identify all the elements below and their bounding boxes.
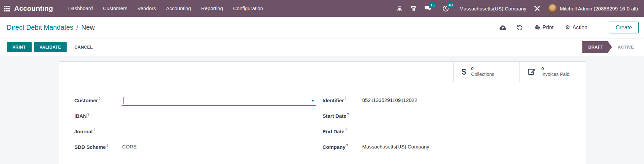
identifier-field-row: Identifier? 85211335291109112022 [323, 96, 571, 106]
breadcrumb-separator: / [76, 24, 78, 31]
menu-accounting[interactable]: Accounting [161, 0, 196, 17]
messages-icon[interactable]: 15 [424, 5, 431, 11]
stage-draft[interactable]: DRAFT [582, 41, 612, 53]
start-date-help-marker: ? [347, 113, 349, 116]
status-bar: DRAFT ACTIVE [582, 38, 644, 56]
end-date-field-row: End Date? [323, 127, 571, 137]
form-left-column: Customer? IBAN? Journal? SDD S [74, 96, 323, 158]
company-label: Company? [323, 143, 362, 150]
start-date-field-row: Start Date? [323, 112, 571, 121]
cloud-save-icon[interactable] [499, 25, 506, 30]
customer-field-row: Customer? [74, 96, 323, 106]
journal-label-text: Journal [74, 129, 93, 134]
validate-button[interactable]: VALIDATE [34, 42, 67, 52]
invoices-paid-count: 0 [541, 66, 569, 72]
sdd-scheme-help-marker: ? [106, 144, 108, 147]
breadcrumb: Direct Debit Mandates / New [7, 24, 95, 31]
print-menu-button[interactable]: Print [534, 25, 553, 31]
cancel-button[interactable]: CANCEL [69, 42, 98, 52]
voip-phone-icon[interactable] [410, 5, 417, 11]
menu-vendors[interactable]: Vendors [132, 0, 161, 17]
activities-count-badge[interactable]: 43 [447, 2, 454, 8]
company-value[interactable]: Massachusetts(US) Company [362, 143, 429, 149]
collections-stat-text: 0 Collections [471, 66, 494, 78]
breadcrumb-parent-link[interactable]: Direct Debit Mandates [7, 24, 73, 31]
main-menu: Dashboard Customers Vendors Accounting R… [63, 0, 268, 17]
user-menu[interactable]: Mitchell Admin (20888299-16-0-all) [548, 4, 638, 13]
menu-configuration[interactable]: Configuration [228, 0, 268, 17]
sdd-scheme-label-text: SDD Scheme [74, 144, 106, 150]
stat-button-row: $ 0 Collections 0 Invoices Paid [59, 62, 586, 82]
bug-icon[interactable] [397, 6, 402, 11]
action-menu-button[interactable]: ⚙ Action [565, 25, 587, 31]
end-date-label: End Date? [323, 127, 362, 134]
dropdown-caret-icon[interactable] [311, 100, 315, 102]
content-area: $ 0 Collections 0 Invoices Paid [0, 56, 644, 164]
form-right-column: Identifier? 85211335291109112022 Start D… [323, 96, 571, 158]
customer-help-marker: ? [99, 97, 101, 101]
end-date-help-marker: ? [345, 128, 347, 132]
sdd-scheme-value[interactable]: CORE [122, 143, 137, 149]
invoices-paid-stat-button[interactable]: 0 Invoices Paid [520, 62, 586, 82]
mandate-form: Customer? IBAN? Journal? SDD S [59, 82, 586, 164]
company-switcher[interactable]: Massachusetts(US) Company [459, 6, 526, 11]
user-name: Mitchell Admin (20888299-16-0-all) [560, 6, 638, 11]
user-avatar [548, 4, 557, 13]
apps-grid-glyph [4, 6, 10, 11]
navbar-systray: 15 43 Massachusetts(US) Company Mitchell… [397, 4, 638, 13]
menu-customers[interactable]: Customers [98, 0, 133, 17]
company-help-marker: ? [346, 144, 348, 147]
identifier-help-marker: ? [345, 97, 347, 101]
identifier-value[interactable]: 85211335291109112022 [362, 96, 418, 103]
app-name[interactable]: Accounting [14, 4, 53, 12]
print-menu-label: Print [542, 25, 553, 31]
customer-label: Customer? [74, 96, 122, 103]
sdd-scheme-field-row: SDD Scheme? CORE [74, 143, 323, 152]
journal-label: Journal? [74, 127, 122, 134]
breadcrumb-current: New [81, 24, 95, 31]
tools-icon[interactable] [534, 5, 540, 12]
print-action-button[interactable]: PRINT [7, 42, 32, 52]
customer-label-text: Customer [74, 98, 98, 103]
company-label-text: Company [323, 144, 346, 150]
collections-label: Collections [471, 72, 494, 78]
customer-input[interactable] [122, 96, 316, 105]
identifier-label: Identifier? [323, 96, 362, 103]
printer-icon [534, 25, 540, 30]
sdd-scheme-label: SDD Scheme? [74, 143, 122, 150]
dollar-icon: $ [462, 67, 466, 77]
menu-reporting[interactable]: Reporting [196, 0, 228, 17]
iban-field-row: IBAN? [74, 112, 323, 121]
apps-grid-icon[interactable] [4, 6, 10, 11]
menu-dashboard[interactable]: Dashboard [63, 0, 98, 17]
form-action-bar: PRINT VALIDATE CANCEL DRAFT ACTIVE [0, 38, 644, 56]
customer-m2o-field [122, 96, 316, 106]
discard-undo-icon[interactable] [516, 24, 523, 31]
start-date-label: Start Date? [323, 112, 362, 119]
collections-stat-button[interactable]: $ 0 Collections [453, 62, 520, 82]
iban-help-marker: ? [87, 113, 90, 116]
top-navbar: Accounting Dashboard Customers Vendors A… [0, 0, 644, 17]
edit-icon [528, 68, 536, 76]
journal-field-row: Journal? [74, 127, 323, 137]
text-cursor [123, 97, 123, 104]
company-field-row: Company? Massachusetts(US) Company [323, 143, 571, 152]
stage-active[interactable]: ACTIVE [612, 45, 639, 50]
iban-label: IBAN? [74, 112, 122, 119]
activities-clock-icon[interactable]: 43 [442, 5, 449, 12]
collections-count: 0 [471, 66, 494, 72]
invoices-paid-stat-text: 0 Invoices Paid [541, 66, 569, 78]
form-sheet: $ 0 Collections 0 Invoices Paid [59, 61, 586, 164]
end-date-label-text: End Date [323, 129, 345, 134]
create-button[interactable]: Create [609, 22, 639, 33]
gear-icon: ⚙ [565, 25, 570, 30]
action-menu-label: Action [573, 25, 587, 31]
control-panel-actions: Print ⚙ Action Create [489, 22, 639, 33]
identifier-label-text: Identifier [323, 98, 344, 103]
invoices-paid-label: Invoices Paid [541, 72, 569, 78]
messages-count-badge[interactable]: 15 [429, 2, 436, 8]
control-panel: Direct Debit Mandates / New Print [0, 17, 644, 38]
start-date-label-text: Start Date [323, 113, 347, 119]
iban-label-text: IBAN [74, 113, 87, 119]
journal-help-marker: ? [93, 128, 95, 132]
